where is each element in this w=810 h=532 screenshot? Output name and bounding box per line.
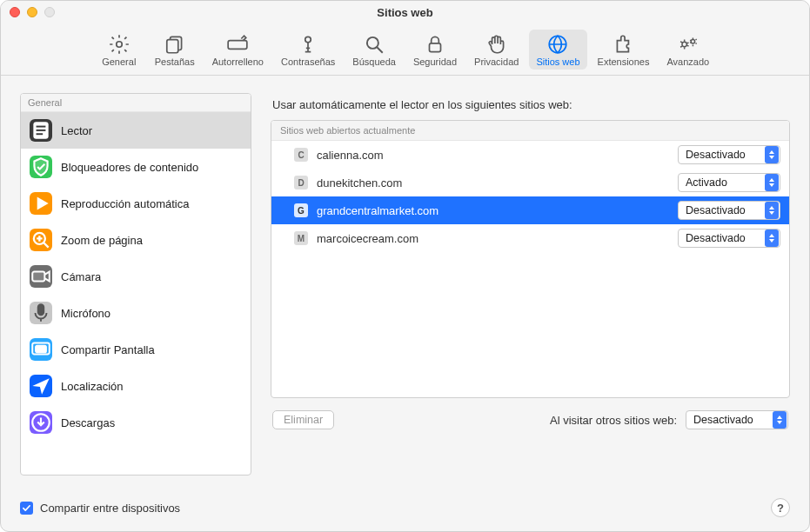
content: General LectorBloqueadores de contenidoR… [1, 76, 809, 484]
sidebar-item-descargas[interactable]: Descargas [21, 404, 251, 441]
site-permission-value: Desactivado [686, 204, 746, 216]
toolbar-tab-label: Pestañas [155, 57, 195, 67]
toolbar-tab-label: Seguridad [413, 57, 457, 67]
gears-icon [677, 33, 700, 56]
svg-point-4 [305, 37, 311, 43]
sites-list[interactable]: Ccalienna.comDesactivadoDdunekitchen.com… [271, 141, 789, 397]
svg-rect-13 [37, 133, 44, 135]
svg-rect-19 [36, 346, 46, 353]
toolbar-tab-privacidad[interactable]: Privacidad [467, 30, 525, 70]
site-permission-select[interactable]: Desactivado [678, 229, 780, 248]
svg-rect-3 [228, 40, 247, 49]
sidebar-item-zoom-de-página[interactable]: Zoom de página [21, 222, 251, 258]
sidebar-item-label: Cámara [61, 270, 101, 283]
svg-rect-11 [37, 126, 46, 128]
location-icon [30, 375, 52, 397]
other-sites-label: Al visitar otros sitios web: [550, 414, 677, 427]
toolbar-tab-sitios-web[interactable]: Sitios web [529, 30, 586, 70]
sites-box: Sitios web abiertos actualmente Ccalienn… [271, 120, 790, 398]
toolbar-tab-autorrelleno[interactable]: Autorrelleno [205, 30, 271, 70]
sidebar-item-label: Reproducción automática [61, 197, 189, 210]
shield-icon [30, 156, 52, 178]
other-sites-row: Al visitar otros sitios web: Desactivado [550, 410, 788, 429]
select-stepper-icon [773, 411, 787, 429]
share-checkbox-label: Compartir entre dispositivos [40, 502, 180, 515]
play-icon [30, 192, 52, 215]
toolbar-tab-avanzado[interactable]: Avanzado [659, 30, 716, 70]
site-favicon: M [294, 231, 308, 245]
toolbar-tab-seguridad[interactable]: Seguridad [406, 30, 464, 70]
camera-icon [30, 265, 52, 288]
lock-icon [424, 33, 446, 56]
search-icon [363, 33, 385, 56]
other-sites-select[interactable]: Desactivado [686, 410, 788, 429]
screen-share-icon [30, 338, 52, 361]
check-icon [22, 503, 31, 513]
zoom-window-button[interactable] [44, 7, 55, 17]
sites-list-header: Sitios web abiertos actualmente [271, 121, 789, 141]
sidebar-item-localización[interactable]: Localización [21, 368, 251, 404]
main-panel: Usar automáticamente el lector en los si… [271, 93, 790, 475]
svg-rect-16 [32, 272, 44, 282]
minimize-window-button[interactable] [27, 7, 37, 17]
site-row[interactable]: Ggrandcentralmarket.comDesactivado [271, 196, 789, 224]
sidebar-item-compartir-pantalla[interactable]: Compartir Pantalla [21, 331, 251, 368]
sidebar-item-micrófono[interactable]: Micrófono [21, 295, 251, 331]
sidebar-item-label: Zoom de página [61, 234, 143, 247]
sidebar-item-cámara[interactable]: Cámara [21, 258, 251, 295]
pencil-icon [226, 33, 249, 56]
download-icon [30, 411, 52, 434]
toolbar-tab-extensiones[interactable]: Extensiones [591, 30, 657, 70]
toolbar-tab-label: General [102, 57, 136, 67]
toolbar-tab-general[interactable]: General [94, 30, 144, 70]
svg-point-8 [682, 42, 686, 46]
toolbar-tab-label: Extensiones [598, 57, 650, 67]
help-button[interactable]: ? [771, 498, 790, 517]
toolbar-tab-pestañas[interactable]: Pestañas [148, 30, 202, 70]
mic-icon [30, 302, 52, 324]
share-checkbox[interactable] [20, 502, 33, 515]
site-permission-select[interactable]: Activado [678, 173, 780, 192]
toolbar-tab-label: Privacidad [474, 57, 519, 67]
sidebar-item-label: Localización [61, 380, 124, 393]
site-row[interactable]: Mmarcoicecream.comDesactivado [271, 224, 789, 252]
site-row[interactable]: Ddunekitchen.comActivado [271, 169, 789, 196]
select-stepper-icon [765, 202, 779, 219]
site-name: dunekitchen.com [317, 176, 669, 190]
select-stepper-icon [765, 229, 779, 247]
site-permission-select[interactable]: Desactivado [678, 145, 780, 164]
sidebar-section-header: General [21, 94, 251, 112]
site-name: marcoicecream.com [317, 232, 669, 245]
toolbar-tab-label: Autorrelleno [212, 57, 264, 67]
key-icon [297, 33, 319, 56]
toolbar-tab-contraseñas[interactable]: Contraseñas [274, 30, 342, 70]
toolbar-tab-label: Búsqueda [352, 57, 396, 67]
site-permission-select[interactable]: Desactivado [678, 201, 780, 220]
svg-point-5 [367, 37, 378, 48]
select-stepper-icon [765, 146, 779, 163]
sidebar-item-bloqueadores-de-contenido[interactable]: Bloqueadores de contenido [21, 149, 251, 185]
site-permission-value: Desactivado [686, 149, 746, 161]
svg-point-0 [117, 41, 123, 47]
close-window-button[interactable] [10, 7, 20, 17]
site-favicon: C [294, 148, 308, 162]
site-row[interactable]: Ccalienna.comDesactivado [271, 141, 789, 169]
sidebar-item-reproducción-automática[interactable]: Reproducción automática [21, 185, 251, 222]
site-permission-value: Activado [686, 176, 727, 189]
toolbar: GeneralPestañasAutorrellenoContraseñasBú… [1, 23, 809, 76]
site-permission-value: Desactivado [686, 232, 746, 244]
sidebar-item-lector[interactable]: Lector [21, 112, 251, 149]
toolbar-tab-búsqueda[interactable]: Búsqueda [345, 30, 403, 70]
puzzle-icon [613, 33, 635, 56]
sidebar-item-label: Bloqueadores de contenido [61, 161, 198, 174]
globe-icon [546, 33, 569, 56]
preferences-window: Sitios web GeneralPestañasAutorrellenoCo… [0, 0, 810, 532]
remove-button[interactable]: Eliminar [272, 410, 334, 429]
hand-icon [485, 33, 508, 56]
sidebar-item-label: Lector [61, 124, 92, 137]
share-across-devices-row[interactable]: Compartir entre dispositivos [20, 502, 180, 515]
svg-marker-14 [37, 196, 49, 209]
sidebar-item-label: Descargas [61, 416, 115, 429]
toolbar-tab-label: Contraseñas [281, 57, 335, 67]
gear-icon [108, 33, 131, 56]
